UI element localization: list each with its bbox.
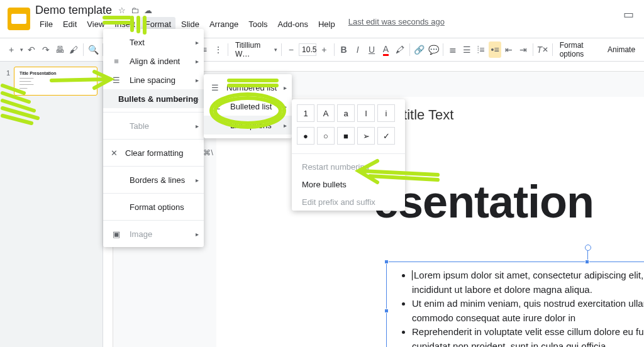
- menu-bulleted-list[interactable]: ☰Bulleted list: [204, 97, 292, 116]
- font-size-decrease[interactable]: −: [285, 41, 297, 58]
- menu-borders-lines[interactable]: Borders & lines: [103, 170, 204, 189]
- decrease-indent-button[interactable]: ⇤: [502, 41, 515, 58]
- menu-edit[interactable]: Edit: [58, 17, 81, 31]
- comment-icon[interactable]: ▭: [623, 8, 634, 21]
- document-title[interactable]: Demo template: [35, 4, 112, 17]
- undo-button[interactable]: ↶: [25, 41, 38, 58]
- italic-button[interactable]: I: [352, 41, 364, 58]
- opt-i[interactable]: i: [377, 104, 395, 122]
- number-style-row: 1 A a I i: [292, 99, 405, 127]
- opt-I[interactable]: I: [357, 104, 375, 122]
- animate-button[interactable]: Animate: [604, 45, 639, 54]
- list-item[interactable]: Lorem ipsum dolor sit amet, consectetur …: [412, 268, 644, 297]
- menu-restart-numbering: Restart numbering: [292, 158, 405, 175]
- slides-logo-icon[interactable]: [8, 8, 30, 30]
- bullet-style-row: ● ○ ■ ➢ ✓: [292, 127, 405, 150]
- highlight-button[interactable]: 🖍: [394, 41, 406, 58]
- menu-edit-prefix: Edit prefix and suffix: [292, 193, 405, 211]
- line-spacing-button[interactable]: ☰: [460, 41, 473, 58]
- menu-arrange[interactable]: Arrange: [205, 17, 243, 31]
- menu-addons[interactable]: Add-ons: [274, 17, 313, 31]
- resize-handle[interactable]: [585, 260, 589, 264]
- menubar: File Edit View Insert Format Slide Arran…: [35, 17, 452, 34]
- move-icon[interactable]: 🗀: [131, 6, 139, 15]
- image-icon: ▣: [111, 228, 122, 240]
- opt-square[interactable]: ■: [337, 127, 355, 145]
- slide-title[interactable]: Tesentation: [374, 124, 644, 228]
- zoom-button[interactable]: 🔍: [87, 41, 99, 58]
- increase-indent-button[interactable]: ⇥: [516, 41, 529, 58]
- thumb-number: 1: [6, 69, 10, 77]
- separator: [409, 43, 410, 56]
- bold-button[interactable]: B: [337, 41, 350, 58]
- align-icon: ≡: [111, 55, 122, 67]
- menu-image: ▣Image: [103, 224, 204, 243]
- star-icon[interactable]: ☆: [118, 6, 126, 15]
- rotate-handle[interactable]: [587, 250, 588, 260]
- bulleted-icon: ☰: [211, 101, 223, 112]
- separator: [443, 43, 443, 56]
- font-size-input[interactable]: 10.5: [299, 43, 316, 56]
- align-button[interactable]: ≣: [447, 41, 459, 58]
- list-item[interactable]: Reprehenderit in voluptate velit esse ci…: [412, 325, 644, 347]
- underline-button[interactable]: U: [365, 41, 378, 58]
- resize-handle[interactable]: [384, 309, 389, 313]
- menu-file[interactable]: File: [35, 17, 57, 31]
- separator: [228, 43, 228, 56]
- menu-clear-formatting[interactable]: ✕Clear formatting⌘\: [103, 143, 204, 162]
- menu-line-spacing[interactable]: ☰Line spacing: [103, 70, 204, 89]
- text-icon: [111, 36, 122, 48]
- list-item[interactable]: Ut enim ad minim veniam, quis nostrud ex…: [412, 297, 644, 325]
- print-button[interactable]: 🖶: [53, 41, 66, 58]
- list-options-icon: [211, 119, 223, 131]
- menu-more-bullets[interactable]: More bullets: [292, 175, 405, 193]
- opt-arrow[interactable]: ➢: [357, 127, 375, 145]
- resize-handle[interactable]: [384, 260, 389, 264]
- redo-button[interactable]: ↷: [39, 41, 52, 58]
- menu-help[interactable]: Help: [314, 17, 340, 31]
- align-dropdown[interactable]: ⋮: [212, 41, 225, 58]
- list-options-menu: 1 A a I i ● ○ ■ ➢ ✓ Restart numbering Mo…: [292, 99, 405, 211]
- text-box[interactable]: Lorem ipsum dolor sit amet, consectetur …: [386, 262, 644, 347]
- bulleted-list-button[interactable]: •≡: [489, 41, 501, 58]
- header: Demo template ☆ 🗀 ☁ File Edit View Inser…: [0, 0, 644, 38]
- opt-circle[interactable]: ○: [317, 127, 335, 145]
- separator: [281, 43, 282, 56]
- new-slide-dropdown[interactable]: ▾: [19, 41, 24, 58]
- slide-thumbnail-1[interactable]: Title Presentation ━━━━━━━━━━━━━━━━━━━━━…: [14, 67, 97, 96]
- menu-numbered-list[interactable]: ☰Numbered list: [204, 78, 292, 97]
- toolbar: + ▾ ↶ ↷ 🖶 🖌 🔍 ▰ ≡ ⋮ Titillium W… ▾ − 10.…: [0, 38, 644, 62]
- opt-disc[interactable]: ●: [297, 127, 314, 145]
- menu-bullets-numbering[interactable]: Bullets & numbering: [103, 89, 204, 108]
- numbered-list-button[interactable]: ⦙≡: [475, 41, 487, 58]
- opt-check[interactable]: ✓: [377, 127, 395, 145]
- table-icon: [111, 120, 122, 131]
- text-color-button[interactable]: A: [379, 41, 392, 58]
- last-edit-link[interactable]: Last edit was seconds ago: [348, 17, 445, 31]
- paint-format-button[interactable]: 🖌: [67, 41, 80, 58]
- comment-button[interactable]: 💬: [427, 41, 440, 58]
- thumb-body: ━━━━━━━━━━━━━━━━━━━━━━━━━━━━━━━━━━━━━: [19, 77, 92, 90]
- line-spacing-icon: ☰: [111, 74, 122, 85]
- menu-list-options[interactable]: List options: [204, 116, 292, 135]
- numbered-icon: ☰: [211, 82, 219, 93]
- font-dropdown[interactable]: ▾: [273, 41, 278, 58]
- slide-thumbnails: 1 Title Presentation ━━━━━━━━━━━━━━━━━━━…: [0, 62, 103, 347]
- opt-A[interactable]: A: [317, 104, 335, 122]
- bullet-list[interactable]: Lorem ipsum dolor sit amet, consectetur …: [397, 268, 644, 347]
- menu-format-options[interactable]: Format options: [103, 197, 204, 216]
- font-size-increase[interactable]: +: [318, 41, 330, 58]
- new-slide-button[interactable]: +: [5, 41, 18, 58]
- opt-a[interactable]: a: [337, 104, 355, 122]
- clear-format-button[interactable]: T✕: [536, 41, 549, 58]
- menu-tools[interactable]: Tools: [244, 17, 272, 31]
- thumb-title: Title Presentation: [19, 71, 94, 75]
- opt-1[interactable]: 1: [297, 104, 314, 122]
- menu-text[interactable]: Text: [103, 33, 204, 52]
- cloud-icon[interactable]: ☁: [144, 6, 152, 15]
- separator: [334, 43, 335, 56]
- format-options-button[interactable]: Format options: [556, 41, 602, 58]
- font-family-select[interactable]: Titillium W…: [231, 41, 272, 58]
- link-button[interactable]: 🔗: [413, 41, 426, 58]
- menu-align-indent[interactable]: ≡Align & indent: [103, 52, 204, 70]
